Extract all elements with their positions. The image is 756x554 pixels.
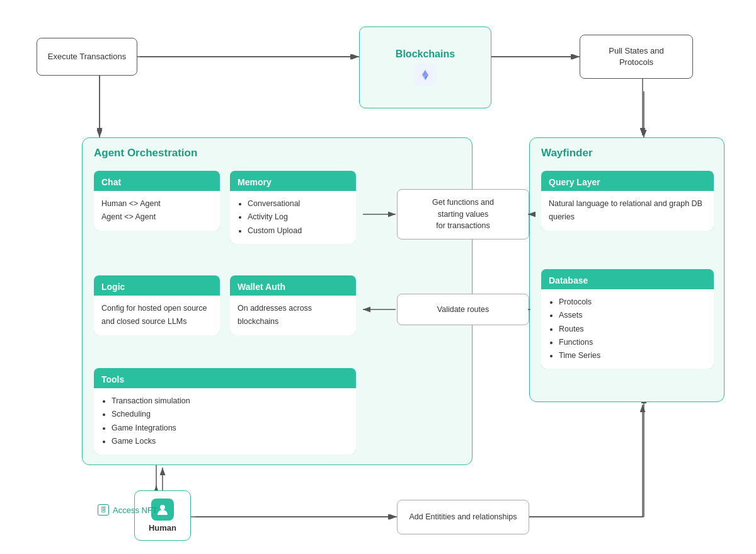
chat-card: Chat Human <> Agent Agent <> Agent [94,171,220,231]
pull-states-label: Pull States andProtocols [609,45,663,68]
access-nft-label: 🗄 Access NFT [98,504,158,516]
wallet-auth-card-body: On addresses across blockchains [230,296,356,335]
memory-card: Memory Conversational Activity Log Custo… [230,171,356,244]
query-layer-body: Natural language to relational and graph… [541,191,714,231]
chat-card-title: Chat [94,171,220,191]
database-card-title: Database [541,269,714,289]
wallet-auth-card: Wallet Auth On addresses across blockcha… [230,275,356,335]
wayfinder-title: Wayfinder [530,138,724,164]
validate-routes-box: Validate routes [397,294,529,325]
wayfinder-section: Wayfinder Query Layer Natural language t… [529,137,724,402]
pull-states-box: Pull States andProtocols [580,35,693,79]
blockchains-box: Blockchains [359,26,491,108]
get-functions-label: Get functions andstarting valuesfor tran… [432,197,494,232]
validate-routes-label: Validate routes [437,305,489,314]
tools-card-body: Transaction simulation Scheduling Game I… [94,388,356,454]
tools-card-title: Tools [94,368,356,388]
query-layer-card: Query Layer Natural language to relation… [541,171,714,231]
query-layer-title: Query Layer [541,171,714,191]
wallet-auth-card-title: Wallet Auth [230,275,356,296]
tools-card: Tools Transaction simulation Scheduling … [94,368,356,454]
memory-card-body: Conversational Activity Log Custom Uploa… [230,191,356,244]
add-entities-label: Add Entitities and relationships [410,511,517,523]
access-nft-text: Access NFT [113,505,158,515]
svg-point-22 [160,505,165,510]
human-box: Human [134,490,191,541]
add-entities-box: Add Entitities and relationships [397,500,529,534]
get-functions-box: Get functions andstarting valuesfor tran… [397,189,529,239]
execute-transactions-box: Execute Transactions [37,38,137,76]
human-label: Human [149,523,176,533]
blockchains-title: Blockchains [396,49,455,60]
ethereum-icon [414,64,437,86]
agent-orchestration-title: Agent Orchestration [83,138,472,164]
database-card-body: Protocols Assets Routes Functions Time S… [541,289,714,369]
logic-card-title: Logic [94,275,220,296]
logic-card-body: Config for hosted open source and closed… [94,296,220,335]
diagram-container: Execute Transactions Blockchains Pull St… [0,0,756,554]
database-card: Database Protocols Assets Routes Functio… [541,269,714,369]
memory-card-title: Memory [230,171,356,191]
logic-card: Logic Config for hosted open source and … [94,275,220,335]
access-nft-icon: 🗄 [98,504,109,516]
chat-card-body: Human <> Agent Agent <> Agent [94,191,220,231]
